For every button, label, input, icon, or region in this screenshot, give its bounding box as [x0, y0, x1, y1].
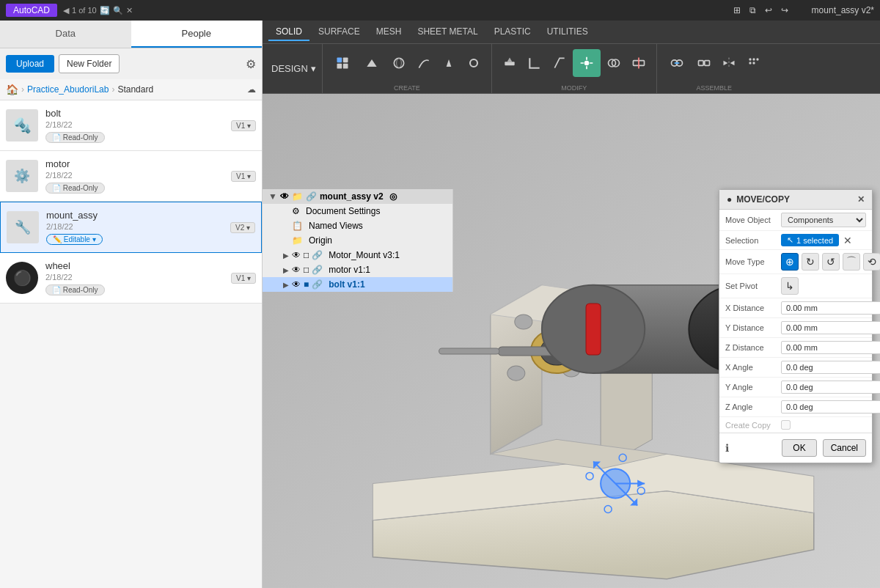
- y-angle-input[interactable]: 0.0 deg: [781, 381, 880, 394]
- tab-data[interactable]: Data: [0, 21, 131, 48]
- browser-item[interactable]: ▶ 📁 Origin: [263, 233, 452, 248]
- toolbar-grid-icon[interactable]: ⊞: [733, 5, 741, 15]
- joint-icon[interactable]: [663, 49, 691, 77]
- settings-gear-icon[interactable]: ⚙: [246, 57, 256, 71]
- panel-footer: ℹ OK Cancel: [719, 433, 872, 463]
- nav-prev[interactable]: ◀: [63, 6, 69, 15]
- toolbar-redo-icon[interactable]: ↪: [781, 5, 788, 15]
- ok-button[interactable]: OK: [782, 439, 816, 457]
- svg-rect-0: [337, 57, 342, 62]
- path-icon[interactable]: ⌒: [843, 253, 860, 271]
- sidebar-actions: Upload New Folder ⚙: [0, 48, 262, 79]
- split-body-icon[interactable]: [627, 51, 650, 75]
- loft-icon[interactable]: [437, 51, 461, 75]
- translate-icon[interactable]: ⊕: [781, 253, 799, 271]
- project-title[interactable]: AutoCAD: [6, 4, 57, 17]
- toolbar-layers-icon[interactable]: ⧉: [749, 5, 756, 15]
- mirror-icon[interactable]: [717, 51, 741, 75]
- expand-arrow: ▶: [283, 251, 289, 260]
- root-eye-icon[interactable]: 👁: [280, 191, 289, 202]
- browser-root-item[interactable]: ▼ 👁 📁 🔗 mount_assy v2 ◎: [263, 189, 452, 204]
- browser-item[interactable]: ▶ 📋 Named Views: [263, 218, 452, 233]
- panel-header: ● MOVE/COPY ✕: [719, 190, 872, 210]
- views-icon: 📋: [292, 221, 303, 231]
- new-folder-button[interactable]: New Folder: [59, 54, 120, 73]
- upload-button[interactable]: Upload: [6, 55, 54, 73]
- rigid-group-icon[interactable]: [692, 51, 716, 75]
- press-pull-icon[interactable]: [498, 51, 521, 75]
- x-distance-input[interactable]: 0.00 mm: [781, 301, 880, 315]
- browser-item[interactable]: ▶ 👁 □ 🔗 motor v1:1: [263, 262, 452, 277]
- z-distance-input[interactable]: 0.00 mm: [781, 341, 880, 354]
- extrude-icon[interactable]: [358, 49, 386, 77]
- svg-marker-22: [723, 60, 727, 65]
- nav-search[interactable]: 🔍: [113, 6, 123, 15]
- design-dropdown-arrow: ▾: [311, 63, 316, 74]
- toolbar-undo-icon[interactable]: ↩: [765, 5, 772, 15]
- list-item[interactable]: ⚙️ motor 2/18/22 📄 Read-Only V1 ▾: [0, 151, 262, 202]
- combine-icon[interactable]: [602, 51, 626, 75]
- list-item[interactable]: 🔩 bolt 2/18/22 📄 Read-Only V1 ▾: [0, 100, 262, 151]
- eye-icon[interactable]: 👁: [292, 250, 301, 260]
- cancel-button[interactable]: Cancel: [823, 439, 866, 457]
- svg-rect-47: [586, 304, 601, 355]
- tab-sheet-metal[interactable]: SHEET METAL: [410, 23, 485, 41]
- y-distance-input[interactable]: 0.00 mm: [781, 321, 880, 334]
- rotate2-icon[interactable]: ↺: [822, 253, 840, 271]
- link-icon: 🔗: [312, 265, 323, 275]
- eye-icon[interactable]: 👁: [292, 265, 301, 275]
- x-angle-label: X Angle: [725, 363, 777, 372]
- nav-refresh[interactable]: 🔄: [100, 6, 110, 15]
- rotate-icon[interactable]: ↻: [802, 253, 819, 271]
- eye-icon[interactable]: 👁: [292, 279, 301, 290]
- pattern-icon[interactable]: [742, 51, 766, 75]
- breadcrumb-path1[interactable]: Practice_AbudoriLab: [27, 84, 109, 95]
- design-dropdown[interactable]: DESIGN ▾: [265, 44, 323, 93]
- pivot-path-icon[interactable]: ⟲: [863, 253, 880, 271]
- move-object-select[interactable]: Components: [781, 213, 866, 227]
- home-icon[interactable]: 🏠: [6, 84, 18, 95]
- z-angle-input[interactable]: 0.0 deg: [781, 400, 880, 414]
- z-angle-row: Z Angle 0.0 deg: [719, 397, 872, 417]
- tab-utilities[interactable]: UTILITIES: [540, 23, 595, 41]
- panel-close-icon[interactable]: ✕: [857, 194, 865, 205]
- navigation-counter: ◀ 1 of 10 🔄 🔍 ✕: [63, 6, 133, 15]
- z-distance-label: Z Distance: [725, 343, 777, 352]
- selection-clear-button[interactable]: ✕: [843, 235, 852, 246]
- item-label: Origin: [309, 235, 332, 246]
- tab-surface[interactable]: SURFACE: [311, 23, 367, 41]
- browser-item[interactable]: ▶ 👁 □ 🔗 Motor_Mount v3:1: [263, 248, 452, 262]
- new-component-icon[interactable]: [329, 49, 356, 77]
- move-object-row: Move Object Components: [719, 210, 872, 231]
- tab-plastic[interactable]: PLASTIC: [487, 23, 538, 41]
- tab-mesh[interactable]: MESH: [369, 23, 409, 41]
- nav-close[interactable]: ✕: [126, 6, 133, 15]
- create-icons: [329, 49, 485, 77]
- create-copy-checkbox[interactable]: [781, 420, 791, 430]
- browser-item-highlighted[interactable]: ▶ 👁 ■ 🔗 bolt v1:1: [263, 277, 452, 292]
- browser-item[interactable]: ▶ ⚙ Document Settings: [263, 204, 452, 218]
- chamfer-icon[interactable]: [548, 51, 571, 75]
- item-label: bolt v1:1: [329, 279, 364, 290]
- selection-button[interactable]: ↖ 1 selected: [781, 234, 839, 246]
- list-item[interactable]: ⚫ wheel 2/18/22 📄 Read-Only V1 ▾: [0, 253, 262, 304]
- version-badge: V1 ▾: [231, 273, 256, 284]
- hole-icon[interactable]: [462, 51, 485, 75]
- version-badge: V1 ▾: [231, 171, 256, 182]
- sweep-icon[interactable]: [412, 51, 436, 75]
- revolve-icon[interactable]: [387, 51, 411, 75]
- create-copy-label: Create Copy: [725, 421, 777, 430]
- fillet-icon[interactable]: [523, 51, 546, 75]
- tab-solid[interactable]: SOLID: [268, 23, 309, 41]
- tab-people[interactable]: People: [131, 21, 263, 48]
- breadcrumb-current: Standard: [117, 84, 153, 95]
- cloud-icon[interactable]: ☁: [247, 84, 256, 95]
- x-angle-input[interactable]: 0.0 deg: [781, 361, 880, 374]
- file-thumbnail: 🔧: [7, 211, 39, 243]
- root-target-icon[interactable]: ◎: [389, 191, 397, 202]
- info-button[interactable]: ℹ: [725, 442, 729, 454]
- main-layout: Data People Upload New Folder ⚙ 🏠 › Prac…: [0, 21, 880, 588]
- list-item[interactable]: 🔧 mount_assy 2/18/22 ✏️ Editable ▾ V2 ▾: [0, 202, 262, 253]
- move-icon[interactable]: [573, 49, 601, 77]
- set-pivot-button[interactable]: ↳: [781, 277, 799, 295]
